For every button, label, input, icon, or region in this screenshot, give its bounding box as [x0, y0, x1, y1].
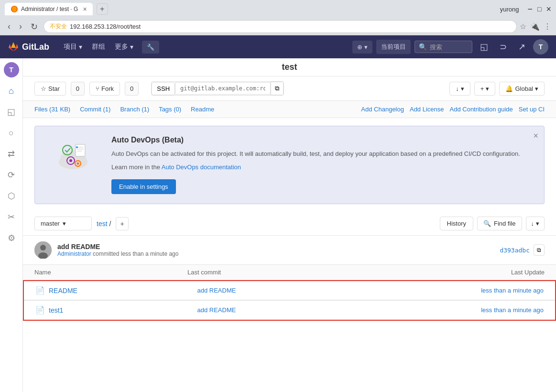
star-icon: ☆ — [41, 85, 46, 92]
commit-stat[interactable]: Commit (1) — [80, 106, 110, 113]
sidebar-item-issues[interactable]: ○ — [2, 123, 21, 142]
file-commit-test1[interactable]: add README — [197, 306, 395, 314]
commit-info-row: add README Administrator committed less … — [23, 236, 556, 265]
devops-learn-more: Learn more in the Auto DevOps documentat… — [111, 163, 534, 172]
window-close-btn[interactable]: × — [546, 4, 551, 14]
branch-name: master — [41, 220, 60, 227]
enable-devops-btn[interactable]: Enable in settings — [111, 179, 176, 194]
tags-stat[interactable]: Tags (0) — [159, 106, 181, 113]
breadcrumb: test / — [97, 220, 111, 228]
nav-projects[interactable]: 项目 ▾ — [59, 35, 87, 58]
sidebar-item-ci[interactable]: ⟳ — [2, 165, 21, 185]
window-user: yurong — [500, 6, 519, 13]
close-banner-btn[interactable]: × — [533, 131, 538, 141]
tab-title: Administrator / test · G — [21, 6, 78, 12]
svg-point-14 — [76, 146, 78, 148]
sidebar-item-snippets[interactable]: ✂ — [2, 207, 21, 227]
new-item-btn[interactable]: ⊕ ▾ — [352, 41, 372, 54]
menu-btn[interactable]: ⋮ — [544, 22, 551, 31]
browser-tab[interactable]: Administrator / test · G × — [5, 3, 93, 15]
search-box[interactable]: 🔍 — [414, 41, 472, 53]
breadcrumb-root[interactable]: test — [97, 220, 108, 228]
files-stat[interactable]: Files (31 KB) — [34, 106, 70, 113]
svg-point-6 — [69, 159, 72, 162]
find-file-btn[interactable]: 🔍 Find file — [477, 217, 522, 230]
minimize-btn[interactable]: − — [528, 4, 533, 14]
user-avatar-btn[interactable]: T — [533, 39, 548, 54]
commit-author-link[interactable]: Administrator — [57, 250, 91, 257]
project-title: test — [282, 62, 297, 72]
file-browser-header: master ▾ test / + History 🔍 Find file ↓ … — [23, 212, 556, 236]
project-header: test — [23, 58, 556, 76]
devops-illustration — [44, 136, 102, 174]
ssh-protocol-btn[interactable]: SSH — [152, 82, 175, 95]
maximize-btn[interactable]: □ — [537, 5, 541, 13]
firefox-icon — [11, 5, 18, 13]
copy-url-btn[interactable]: ⧉ — [271, 82, 283, 95]
nav-more[interactable]: 更多 ▾ — [110, 35, 138, 58]
commit-details: add README Administrator committed less … — [57, 243, 494, 257]
col-name-header: Name — [34, 269, 187, 276]
address-bar[interactable]: 不安全 192.168.253.128/root/test — [44, 20, 517, 33]
download-icon: ↓ — [456, 85, 459, 92]
current-project-btn[interactable]: 当前项目 — [376, 40, 411, 54]
commit-message[interactable]: add README — [57, 243, 494, 250]
url-display: 192.168.253.128/root/test — [70, 23, 511, 30]
gitlab-logo[interactable]: GitLab — [8, 41, 49, 53]
search-input[interactable] — [430, 44, 468, 51]
notification-btn[interactable]: 🔔 Global ▾ — [499, 82, 545, 96]
sidebar-item-home[interactable]: ⌂ — [2, 81, 21, 100]
nav-icon-2[interactable]: ⊃ — [496, 40, 511, 54]
forward-btn[interactable]: › — [16, 21, 25, 33]
extensions-btn[interactable]: 🔌 — [530, 22, 540, 31]
add-folder-btn[interactable]: + — [116, 217, 128, 230]
ssh-url-input[interactable] — [175, 82, 271, 95]
nav-icon-3[interactable]: ↗ — [514, 40, 529, 54]
branch-stat[interactable]: Branch (1) — [120, 106, 149, 113]
file-commit-readme[interactable]: add README — [197, 287, 395, 294]
back-btn[interactable]: ‹ — [5, 21, 13, 33]
svg-point-8 — [77, 163, 79, 165]
repo-actions-bar: ☆ Star 0 ⑂ Fork 0 SSH ⧉ ↓ ▾ + — [23, 76, 556, 101]
search-icon: 🔍 — [483, 220, 491, 227]
star-btn[interactable]: ☆ Star — [34, 82, 66, 96]
sidebar-item-settings[interactable]: ⚙ — [2, 229, 21, 248]
file-name-test1[interactable]: test1 — [49, 306, 197, 314]
download-split-btn[interactable]: ↓ ▾ — [526, 217, 545, 230]
file-name-readme[interactable]: README — [49, 287, 197, 294]
add-contribution-btn[interactable]: Add Contribution guide — [450, 106, 513, 113]
bookmark-btn[interactable]: ☆ — [520, 22, 526, 31]
commit-hash[interactable]: d393adbc — [500, 247, 530, 254]
commit-meta: Administrator committed less than a minu… — [57, 250, 494, 257]
close-tab-btn[interactable]: × — [83, 5, 87, 13]
devops-docs-link[interactable]: Auto DevOps documentation — [162, 163, 241, 171]
stats-bar: Files (31 KB) Commit (1) Branch (1) Tags… — [23, 101, 556, 118]
devops-illustration-svg — [49, 136, 97, 174]
reload-btn[interactable]: ↻ — [28, 21, 41, 33]
col-commit-header: Last commit — [187, 269, 392, 276]
file-updated-readme: less than a minute ago — [395, 287, 544, 294]
sidebar-item-merge[interactable]: ⇄ — [2, 144, 21, 163]
readme-stat[interactable]: Readme — [191, 106, 214, 113]
file-row: 📄 README add README less than a minute a… — [24, 281, 555, 300]
history-btn[interactable]: History — [440, 217, 473, 230]
new-tab-btn[interactable]: + — [97, 3, 108, 15]
setup-ci-btn[interactable]: Set up CI — [519, 106, 545, 113]
chevron-down-icon: ▾ — [63, 220, 66, 227]
fork-btn[interactable]: ⑂ Fork — [89, 82, 120, 96]
nav-icon-1[interactable]: ◱ — [476, 40, 492, 54]
wrench-btn[interactable]: 🔧 — [142, 41, 159, 54]
download-btn[interactable]: ↓ ▾ — [449, 82, 470, 96]
add-action-btn[interactable]: + ▾ — [474, 82, 496, 96]
svg-rect-10 — [76, 144, 85, 156]
sidebar-item-deploy[interactable]: ⬡ — [2, 186, 21, 206]
sidebar-avatar[interactable]: T — [4, 62, 19, 77]
star-count: 0 — [71, 82, 85, 96]
file-icon: 📄 — [35, 286, 45, 295]
nav-groups[interactable]: 群组 — [87, 35, 110, 58]
copy-hash-btn[interactable]: ⧉ — [534, 244, 545, 256]
sidebar-item-project[interactable]: ◱ — [2, 102, 21, 121]
add-license-btn[interactable]: Add License — [410, 106, 444, 113]
add-changelog-btn[interactable]: Add Changelog — [361, 106, 404, 113]
branch-selector[interactable]: master ▾ — [34, 217, 92, 230]
